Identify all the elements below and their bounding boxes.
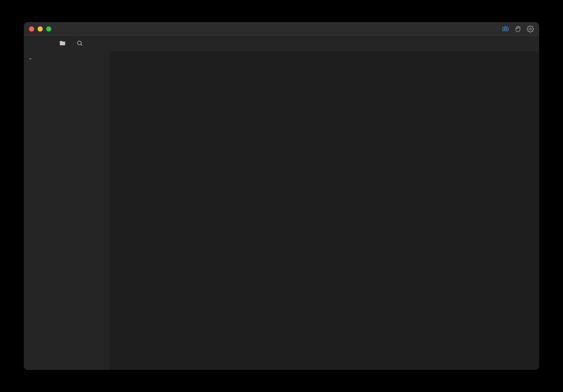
svg-point-4 xyxy=(529,28,531,30)
code-area[interactable] xyxy=(130,61,534,370)
svg-rect-0 xyxy=(503,27,508,31)
sidebar xyxy=(24,36,110,370)
gear-icon[interactable] xyxy=(527,25,534,33)
titlebar-actions xyxy=(502,25,534,33)
search-icon[interactable] xyxy=(77,40,83,47)
titlebar[interactable] xyxy=(24,22,539,36)
window xyxy=(24,22,539,370)
gutter[interactable] xyxy=(110,61,130,370)
breadcrumb[interactable] xyxy=(110,51,539,61)
editor[interactable] xyxy=(110,61,539,370)
close-window-button[interactable] xyxy=(29,26,34,32)
body xyxy=(24,36,539,370)
svg-point-2 xyxy=(506,28,507,29)
svg-line-6 xyxy=(81,44,82,46)
tabs xyxy=(110,36,539,51)
ai-icon[interactable] xyxy=(502,25,509,33)
traffic-lights xyxy=(29,26,51,32)
maximize-window-button[interactable] xyxy=(46,26,51,32)
chevron-down-icon xyxy=(28,56,32,62)
svg-point-1 xyxy=(504,28,505,29)
file-tree xyxy=(24,51,110,67)
minimize-window-button[interactable] xyxy=(38,26,43,32)
tree-root[interactable] xyxy=(24,54,110,64)
folder-icon[interactable] xyxy=(59,40,66,47)
sidebar-top xyxy=(24,36,110,51)
main xyxy=(110,36,539,370)
wave-icon[interactable] xyxy=(514,25,522,33)
scrollbar[interactable] xyxy=(534,61,539,370)
svg-point-5 xyxy=(77,41,81,45)
